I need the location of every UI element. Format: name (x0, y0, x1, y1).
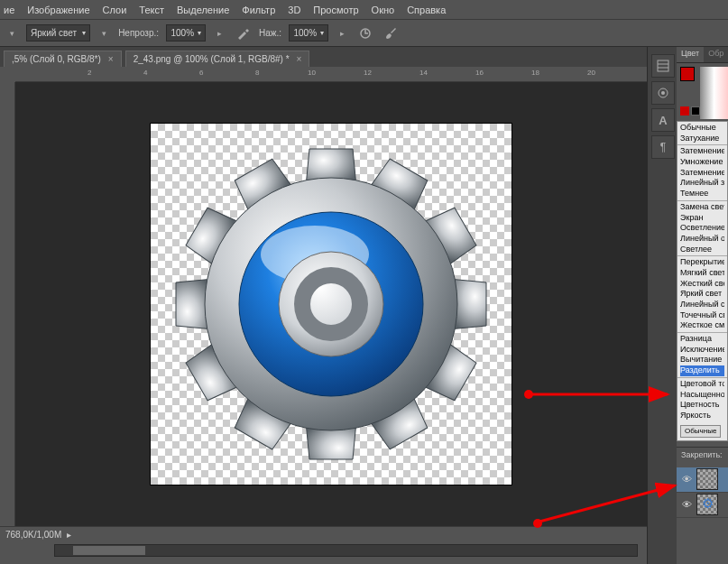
ruler-tick: 14 (419, 69, 428, 77)
fill-chevron-icon[interactable]: ▸ (336, 26, 349, 40)
blend-item[interactable]: Яркий свет (680, 289, 724, 300)
properties-panel-icon[interactable] (651, 81, 675, 105)
svg-point-9 (302, 275, 360, 333)
ruler-tick: 10 (308, 69, 316, 77)
blend-item[interactable]: Жесткое сме (680, 320, 724, 331)
blend-item[interactable]: Яркость (680, 411, 724, 421)
brush-icon[interactable] (382, 24, 400, 42)
layer-thumbnail[interactable] (696, 468, 718, 490)
tab-label: ,5% (Слой 0, RGB/8*) (12, 54, 101, 64)
blend-mode-select[interactable]: Яркий свет (26, 24, 90, 42)
tool-preset-icon[interactable]: ▾ (5, 26, 19, 40)
blend-item[interactable]: Перекрытие (680, 257, 724, 268)
blend-item[interactable]: Цветовой то (680, 379, 724, 390)
mini-swatch[interactable] (691, 106, 700, 116)
status-bar: 768,0K/1,00M ▸ (0, 526, 647, 541)
ruler-horizontal[interactable]: 2 4 6 8 10 12 14 16 18 20 (15, 67, 647, 82)
blend-chevron-icon[interactable]: ▾ (97, 26, 111, 40)
color-panel-tabs: Цвет Обр (677, 47, 728, 63)
blend-item[interactable]: Затемнение о (680, 168, 724, 179)
tab-label: 2_43.png @ 100% (Слой 1, RGB/8#) * (134, 54, 290, 64)
blend-item[interactable]: Линейный за (680, 178, 724, 189)
layer-row[interactable]: 👁 (677, 467, 728, 493)
document-canvas[interactable] (151, 124, 511, 485)
airbrush-icon[interactable] (234, 24, 252, 42)
menubar: ие Изображение Слои Текст Выделение Филь… (0, 0, 728, 20)
blend-item[interactable]: Разделить (680, 365, 724, 376)
menu-item[interactable]: Текст (139, 5, 164, 15)
layer-thumbnail[interactable] (696, 494, 718, 515)
menu-item[interactable]: Фильтр (242, 5, 275, 15)
visibility-icon[interactable]: 👁 (680, 498, 693, 511)
menu-item[interactable]: Окно (372, 5, 395, 15)
gear-hole (151, 124, 511, 485)
blend-mode-list[interactable]: Обычные Затухание Затемнение Умножение З… (677, 121, 728, 441)
tablet-pressure-icon[interactable] (356, 24, 374, 42)
doc-size: 768,0K/1,00M (5, 530, 61, 540)
ruler-vertical[interactable] (0, 82, 15, 526)
blend-item[interactable]: Точечный св (680, 310, 724, 321)
svg-rect-10 (658, 60, 668, 71)
foreground-color-swatch[interactable] (680, 67, 695, 81)
ruler-tick: 8 (255, 69, 259, 77)
menu-item[interactable]: Просмотр (313, 5, 358, 15)
collapsed-dock: A ¶ (647, 47, 678, 564)
scroll-thumb[interactable] (73, 546, 145, 555)
fill-input[interactable]: 100% (289, 24, 328, 42)
close-icon[interactable]: × (297, 54, 302, 64)
ruler-tick: 18 (531, 69, 539, 77)
blend-item[interactable]: Разница (680, 334, 724, 345)
menu-item[interactable]: 3D (288, 5, 300, 15)
mini-swatch[interactable] (680, 106, 689, 116)
blend-item[interactable]: Насыщеннос (680, 390, 724, 401)
document-tabs: ,5% (Слой 0, RGB/8*) × 2_43.png @ 100% (… (0, 47, 728, 67)
right-panels: Цвет Обр Обычные Затухание Затемнение Ум… (677, 47, 728, 564)
lock-section: Закрепить: (677, 447, 728, 462)
ruler-tick: 16 (475, 69, 484, 77)
visibility-icon[interactable]: 👁 (680, 473, 693, 485)
menu-item[interactable]: ие (4, 5, 14, 15)
menu-item[interactable]: Изображение (27, 5, 89, 15)
ruler-tick: 20 (587, 69, 595, 77)
blend-item[interactable]: Линейный св (680, 300, 724, 310)
blend-item[interactable]: Обычные (680, 123, 724, 134)
swatches-tab[interactable]: Обр (704, 47, 728, 62)
blend-item[interactable]: Затемнение (680, 146, 724, 157)
menu-item[interactable]: Справка (407, 5, 446, 15)
blend-item[interactable]: Исключение (680, 345, 724, 356)
opacity-chevron-icon[interactable]: ▸ (213, 26, 226, 40)
blend-item[interactable]: Экран (680, 213, 724, 224)
blend-item[interactable]: Мягкий свет (680, 268, 724, 279)
menu-item[interactable]: Выделение (177, 5, 229, 15)
canvas-area[interactable] (15, 82, 647, 526)
options-bar: ▾ Яркий свет ▾ Непрозр.: 100% ▸ Наж.: 10… (0, 20, 728, 47)
color-ramp[interactable] (700, 67, 728, 119)
history-panel-icon[interactable] (651, 54, 675, 78)
layers-panel: 👁 👁 (677, 467, 728, 518)
menu-item[interactable]: Слои (103, 5, 127, 15)
close-icon[interactable]: × (108, 54, 114, 64)
blend-item[interactable]: Замена светл (680, 202, 724, 213)
tab[interactable]: ,5% (Слой 0, RGB/8*) × (4, 51, 122, 67)
scrollbar-horizontal[interactable] (54, 544, 638, 557)
blend-item[interactable]: Осветление (680, 223, 724, 234)
lock-label: Закрепить: (681, 450, 723, 459)
character-panel-icon[interactable]: A (651, 108, 675, 132)
blend-item[interactable]: Затухание (680, 134, 724, 144)
tab[interactable]: 2_43.png @ 100% (Слой 1, RGB/8#) * × (125, 51, 310, 67)
blend-item[interactable]: Цветность (680, 400, 724, 411)
ruler-tick: 6 (199, 69, 203, 77)
blend-item[interactable]: Линейный ос (680, 234, 724, 245)
blend-item[interactable]: Темнее (680, 189, 724, 199)
blend-item[interactable]: Вычитание (680, 355, 724, 365)
chevron-right-icon[interactable]: ▸ (67, 530, 71, 540)
blend-item[interactable]: Умножение (680, 157, 724, 168)
opacity-label: Непрозр.: (118, 28, 159, 38)
layer-row[interactable]: 👁 (677, 493, 728, 518)
blend-item[interactable]: Светлее (680, 245, 724, 255)
blend-normal-button[interactable]: Обычные (680, 425, 721, 438)
blend-item[interactable]: Жесткий све (680, 279, 724, 290)
paragraph-panel-icon[interactable]: ¶ (651, 135, 675, 159)
color-tab[interactable]: Цвет (677, 47, 704, 62)
opacity-input[interactable]: 100% (166, 24, 206, 42)
